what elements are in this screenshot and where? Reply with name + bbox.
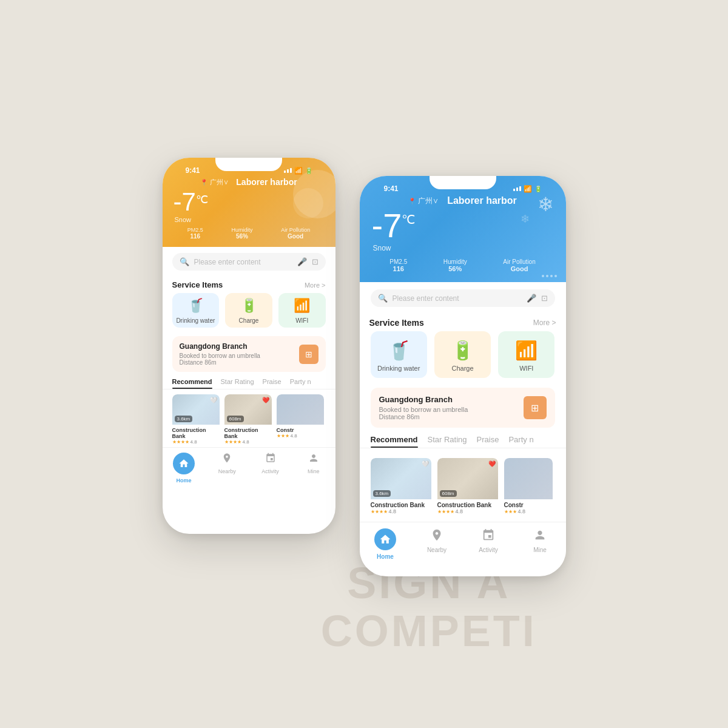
nav-home-left[interactable]: Home (163, 453, 206, 484)
tab-praise-right[interactable]: Praise (477, 435, 499, 448)
nearby-icon-left (221, 453, 232, 467)
property-img-3-right (504, 458, 553, 499)
search-icon-left: 🔍 (180, 257, 189, 266)
nav-home-right[interactable]: Home (360, 528, 411, 560)
branch-card-left[interactable]: Guangdong Branch Booked to borrow an umb… (172, 336, 326, 372)
location-right[interactable]: 广州∨ (418, 196, 439, 206)
mine-icon-left (308, 453, 319, 467)
tab-praise-left[interactable]: Praise (263, 378, 281, 389)
nav-mine-right[interactable]: Mine (514, 528, 566, 560)
property-card-1-left[interactable]: 3.6km 🤍 Construction Bank ★★★★ 4.8 (172, 394, 220, 447)
search-bar-right[interactable]: 🔍 Please enter content 🎤 ⊡ (371, 289, 555, 307)
heart-2-right[interactable]: ❤️ (488, 460, 496, 467)
charge-icon-left: 🔋 (241, 298, 257, 314)
location-left[interactable]: 广州∨ (210, 178, 229, 187)
water-icon-left: 🥤 (187, 298, 204, 314)
distance-1-left: 3.6km (175, 416, 193, 422)
service-water-left[interactable]: 🥤 Drinking water (172, 293, 220, 328)
property-card-3-left[interactable]: Constr ★★★ 4.8 (277, 394, 324, 447)
charge-label-left: Charge (239, 317, 259, 324)
property-name-1-left: Construction Bank (172, 427, 220, 439)
nav-activity-label-left: Activity (261, 468, 279, 474)
wifi-icon-left: 📶 (294, 298, 310, 314)
phone-right: ❄ ❄ 9:41 📶 🔋 📍 广州∨ (360, 176, 566, 576)
app-title-left: Laborer harbor (236, 177, 297, 187)
tabs-left: Recommend Star Rating Praise Party n (163, 378, 335, 389)
branch-name-right: Guangdong Branch (379, 395, 468, 404)
nav-activity-label-right: Activity (479, 547, 498, 553)
service-charge-right[interactable]: 🔋 Charge (434, 331, 491, 378)
tab-recommend-right[interactable]: Recommend (371, 435, 418, 448)
property-name-3-right: Constr (504, 502, 553, 508)
search-placeholder-left: Please enter content (194, 258, 292, 266)
status-icons-right: 📶 🔋 (513, 185, 542, 193)
tab-star-right[interactable]: Star Rating (428, 435, 467, 448)
mic-icon-left[interactable]: 🎤 (297, 257, 307, 266)
nav-nearby-right[interactable]: Nearby (411, 528, 463, 560)
wifi-icon: 📶 (294, 167, 303, 175)
nav-activity-left[interactable]: Activity (249, 453, 292, 484)
tab-party-right[interactable]: Party n (508, 435, 533, 448)
home-btn-left[interactable] (173, 453, 195, 474)
mic-icon-right[interactable]: 🎤 (527, 294, 536, 303)
property-name-2-right: Construction Bank (437, 502, 498, 508)
heart-2-left[interactable]: ❤️ (262, 397, 269, 403)
tab-recommend-left[interactable]: Recommend (172, 378, 212, 389)
water-icon-right: 🥤 (388, 340, 410, 361)
distance-2-left: 608m (227, 416, 244, 422)
home-btn-right[interactable] (374, 528, 396, 550)
service-wifi-left[interactable]: 📶 WIFI (278, 293, 326, 328)
tab-star-left[interactable]: Star Rating (221, 378, 254, 389)
heart-1-right[interactable]: 🤍 (422, 460, 429, 467)
nav-mine-label-right: Mine (533, 547, 547, 553)
service-items-right: 🥤 Drinking water 🔋 Charge 📶 WIFI (360, 331, 566, 385)
stat-air-right: Air Pollution Good (503, 258, 535, 272)
weather-stats-right: PM2.5 116 Humidity 56% Air Pollution Goo… (372, 258, 554, 272)
search-bar-left[interactable]: 🔍 Please enter content 🎤 ⊡ (172, 253, 326, 271)
nav-home-label-left: Home (177, 477, 192, 484)
property-img-2-left: 608m ❤️ (224, 394, 272, 425)
service-more-right[interactable]: More > (533, 318, 556, 327)
notch-left (215, 158, 282, 171)
property-card-2-right[interactable]: 608m ❤️ Construction Bank ★★★★ 4.8 (437, 458, 498, 517)
branch-card-right[interactable]: Guangdong Branch Booked to borrow an umb… (371, 388, 555, 428)
stat-humidity-right: Humidity 56% (443, 258, 467, 272)
stat-humidity-left: Humidity 56% (231, 227, 252, 240)
branch-qr-left[interactable]: ⊞ (299, 345, 318, 364)
weather-desc-right: Snow (373, 244, 554, 252)
weather-stats-left: PM2.5 116 Humidity 56% Air Pollution Goo… (174, 227, 325, 240)
property-info-2-right: Construction Bank ★★★★ 4.8 (437, 499, 498, 517)
nav-nearby-left[interactable]: Nearby (206, 453, 249, 484)
phones-container: 9:41 📶 🔋 📍 广州∨ Laborer harbor -7 ℃ (163, 152, 566, 576)
service-wifi-right[interactable]: 📶 WIFI (498, 331, 554, 378)
search-actions-left: 🎤 ⊡ (297, 257, 318, 266)
property-card-3-right[interactable]: Constr ★★★ 4.8 (504, 458, 553, 517)
property-info-3-left: Constr ★★★ 4.8 (277, 425, 324, 441)
service-items-left: 🥤 Drinking water 🔋 Charge 📶 WIFI (163, 293, 335, 334)
nearby-icon-right (430, 528, 443, 545)
scan-icon-right[interactable]: ⊡ (541, 294, 548, 303)
heart-1-left[interactable]: 🤍 (210, 397, 217, 403)
temp-left: -7 (174, 189, 196, 215)
scan-icon-left[interactable]: ⊡ (312, 257, 318, 266)
nav-mine-left[interactable]: Mine (292, 453, 335, 484)
property-card-2-left[interactable]: 608m ❤️ Construction Bank ★★★★ 4.8 (224, 394, 272, 447)
nav-activity-right[interactable]: Activity (463, 528, 514, 560)
location-pin-left: 📍 (200, 179, 207, 186)
property-img-1-left: 3.6km 🤍 (172, 394, 220, 425)
property-stars-2-right: ★★★★ 4.8 (437, 508, 498, 514)
tab-party-left[interactable]: Party n (290, 378, 311, 389)
app-title-right: Laborer harbor (447, 195, 517, 206)
service-charge-left[interactable]: 🔋 Charge (225, 293, 272, 328)
service-more-left[interactable]: More > (305, 281, 326, 289)
service-header-left: Service Items More > (163, 275, 335, 293)
water-label-left: Drinking water (176, 317, 215, 324)
branch-qr-right[interactable]: ⊞ (524, 396, 547, 419)
service-water-right[interactable]: 🥤 Drinking water (371, 331, 427, 378)
snowflake-small: ❄ (521, 212, 530, 226)
stat-air-left: Air Pollution Good (281, 227, 310, 240)
property-info-1-right: Construction Bank ★★★★ 4.8 (371, 499, 431, 517)
property-card-1-right[interactable]: 3.6km 🤍 Construction Bank ★★★★ 4.8 (371, 458, 431, 517)
distance-1-right: 3.6km (373, 490, 391, 497)
nav-nearby-label-right: Nearby (427, 547, 447, 553)
